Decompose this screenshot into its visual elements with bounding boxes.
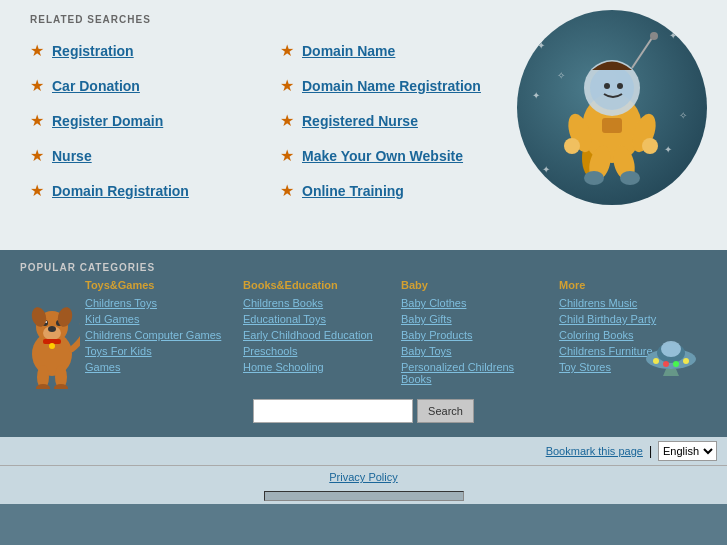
links-grid: ★Registration★Car Donation★Register Doma… [30,33,530,208]
search-input[interactable] [253,399,413,423]
star-icon: ★ [30,41,44,60]
category-link[interactable]: Baby Clothes [401,297,539,309]
scrollbar-area[interactable] [0,488,727,504]
star-icon: ★ [30,146,44,165]
category-link[interactable]: Child Birthday Party [559,313,697,325]
svg-point-33 [49,343,55,349]
star-deco: ✦ [542,164,550,175]
category-title-1: Books&Education [243,279,381,291]
category-col-1: Books&EducationChildrens BooksEducationa… [243,279,391,389]
category-link[interactable]: Kid Games [85,313,223,325]
search-area: 🔍 Search [20,389,707,429]
svg-point-39 [673,361,679,367]
bookmark-link[interactable]: Bookmark this page [546,445,643,457]
scrollbar-track[interactable] [264,491,464,501]
star-icon: ★ [280,41,294,60]
link-item-nurse: ★Nurse [30,138,280,173]
category-link[interactable]: Childrens Books [243,297,381,309]
category-title-0: Toys&Games [85,279,223,291]
star-deco: ✧ [557,70,565,81]
link-item-registered-nurse: ★Registered Nurse [280,103,530,138]
right-links-column: ★Domain Name★Domain Name Registration★Re… [280,33,530,208]
category-link[interactable]: Baby Products [401,329,539,341]
language-select[interactable]: English [658,441,717,461]
category-link[interactable]: Childrens Toys [85,297,223,309]
star-icon: ★ [280,181,294,200]
category-link[interactable]: Educational Toys [243,313,381,325]
link-item-domain-name-registration: ★Domain Name Registration [280,68,530,103]
ufo-illustration [644,331,699,379]
link-item-car-donation: ★Car Donation [30,68,280,103]
privacy-link[interactable]: Privacy Policy [329,471,397,483]
svg-point-30 [36,384,50,389]
categories-wrapper: Toys&GamesChildrens ToysKid GamesChildre… [20,279,707,389]
star-deco: ✦ [532,90,540,101]
star-icon: ★ [30,181,44,200]
search-button[interactable]: Search [417,399,474,423]
svg-point-40 [683,358,689,364]
dog-illustration [20,279,85,389]
category-title-3: More [559,279,697,291]
search-input-wrapper: 🔍 [253,399,413,423]
svg-point-4 [590,66,634,110]
category-link[interactable]: Personalized Childrens Books [401,361,539,385]
top-section: RELATED SEARCHES ★Registration★Car Donat… [0,0,727,250]
svg-line-16 [632,38,652,68]
link-domain-name[interactable]: Domain Name [302,43,395,59]
link-make-your-own-website[interactable]: Make Your Own Website [302,148,463,164]
star-deco: ✦ [669,30,677,41]
svg-marker-41 [660,369,682,376]
category-link[interactable]: Baby Gifts [401,313,539,325]
svg-point-13 [584,171,604,185]
category-link[interactable]: Preschools [243,345,381,357]
link-registered-nurse[interactable]: Registered Nurse [302,113,418,129]
category-link[interactable]: Childrens Music [559,297,697,309]
category-title-2: Baby [401,279,539,291]
svg-point-10 [642,138,658,154]
star-icon: ★ [30,76,44,95]
category-link[interactable]: Baby Toys [401,345,539,357]
star-deco: ✦ [537,40,545,51]
link-online-training[interactable]: Online Training [302,183,404,199]
star-icon: ★ [280,111,294,130]
star-icon: ★ [280,146,294,165]
svg-point-38 [663,361,669,367]
star-icon: ★ [280,76,294,95]
star-deco: ✧ [679,110,687,121]
link-nurse[interactable]: Nurse [52,148,92,164]
svg-point-5 [604,83,610,89]
link-item-online-training: ★Online Training [280,173,530,208]
link-domain-name-registration[interactable]: Domain Name Registration [302,78,481,94]
link-car-donation[interactable]: Car Donation [52,78,140,94]
link-item-registration: ★Registration [30,33,280,68]
svg-point-37 [653,358,659,364]
privacy-bar: Privacy Policy [0,465,727,488]
link-item-register-domain: ★Register Domain [30,103,280,138]
bottom-section: POPULAR CATEGORIES [0,250,727,437]
link-item-domain-registration: ★Domain Registration [30,173,280,208]
star-deco: ✦ [664,144,672,155]
link-item-domain-name: ★Domain Name [280,33,530,68]
category-link[interactable]: Home Schooling [243,361,381,373]
category-link[interactable]: Childrens Computer Games [85,329,223,341]
svg-point-9 [564,138,580,154]
link-item-make-your-own-website: ★Make Your Own Website [280,138,530,173]
category-col-2: BabyBaby ClothesBaby GiftsBaby ProductsB… [401,279,549,389]
svg-rect-15 [602,118,622,133]
popular-categories-label: POPULAR CATEGORIES [20,262,707,273]
bottom-wrapper: POPULAR CATEGORIES [20,262,707,429]
star-icon: ★ [30,111,44,130]
ufo-svg [644,331,699,376]
category-link[interactable]: Toys For Kids [85,345,223,357]
categories-grid: Toys&GamesChildrens ToysKid GamesChildre… [85,279,707,389]
link-register-domain[interactable]: Register Domain [52,113,163,129]
category-col-0: Toys&GamesChildrens ToysKid GamesChildre… [85,279,233,389]
link-registration[interactable]: Registration [52,43,134,59]
svg-point-14 [620,171,640,185]
left-links-column: ★Registration★Car Donation★Register Doma… [30,33,280,208]
category-link[interactable]: Early Childhood Education [243,329,381,341]
category-link[interactable]: Games [85,361,223,373]
link-domain-registration[interactable]: Domain Registration [52,183,189,199]
svg-point-36 [661,341,681,357]
astronaut-svg [542,18,682,198]
